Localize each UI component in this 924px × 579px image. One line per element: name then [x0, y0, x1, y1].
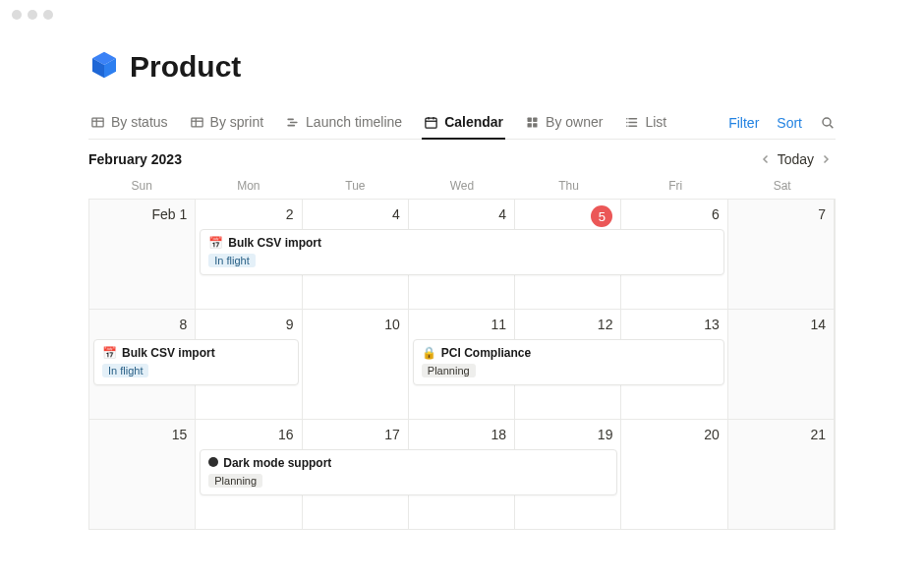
svg-rect-15 — [528, 123, 532, 127]
day-cell[interactable]: 10 — [303, 310, 409, 419]
day-number: 18 — [491, 427, 507, 442]
day-number: 6 — [712, 206, 720, 222]
svg-line-24 — [830, 125, 833, 128]
svg-rect-13 — [528, 117, 532, 121]
list-icon — [624, 115, 639, 130]
month-label: February 2023 — [88, 151, 182, 167]
svg-rect-9 — [426, 118, 436, 128]
search-icon[interactable] — [820, 109, 836, 139]
event-title: Bulk CSV import — [122, 346, 215, 360]
weekday-label: Fri — [622, 175, 729, 199]
svg-point-22 — [626, 125, 628, 127]
day-number: 12 — [598, 317, 613, 332]
day-number: 21 — [810, 427, 826, 442]
event-title: PCI Compliance — [441, 346, 531, 360]
weekday-label: Tue — [302, 175, 409, 199]
day-number: 4 — [498, 206, 506, 222]
page-header: Product — [88, 49, 836, 85]
week-row: 15161718192021Dark mode supportPlanning — [89, 420, 835, 530]
day-number: 9 — [286, 317, 294, 332]
event-card[interactable]: Dark mode supportPlanning — [200, 449, 617, 495]
svg-rect-3 — [191, 118, 202, 127]
event-card[interactable]: 🔒PCI CompliancePlanning — [413, 339, 724, 385]
day-number: 13 — [704, 317, 720, 332]
day-number: 20 — [704, 427, 720, 442]
day-number: 4 — [392, 206, 400, 222]
tab-launch-timeline[interactable]: Launch timeline — [283, 108, 404, 140]
timeline-icon — [285, 115, 300, 130]
day-number: Feb 1 — [151, 206, 187, 222]
tab-calendar[interactable]: Calendar — [422, 108, 505, 140]
day-number: 16 — [278, 427, 294, 442]
svg-rect-16 — [533, 123, 537, 127]
week-row: Feb 1244567📅Bulk CSV importIn flight — [89, 200, 835, 310]
tab-by-sprint[interactable]: By sprint — [188, 108, 265, 140]
next-month-button[interactable] — [816, 153, 836, 165]
day-number: 10 — [384, 317, 400, 332]
dark-circle-icon — [208, 456, 218, 470]
filter-button[interactable]: Filter — [728, 109, 759, 139]
today-badge: 5 — [591, 205, 612, 227]
day-cell[interactable]: 21 — [728, 420, 835, 529]
svg-rect-14 — [533, 117, 537, 121]
tab-label: By sprint — [210, 114, 263, 130]
day-cell[interactable]: 14 — [728, 310, 835, 419]
event-status-tag: Planning — [208, 474, 262, 488]
tab-list[interactable]: List — [622, 108, 668, 140]
event-icon: 📅 — [102, 346, 117, 360]
sort-button[interactable]: Sort — [777, 109, 802, 139]
view-tabs: By statusBy sprintLaunch timelineCalenda… — [88, 108, 836, 140]
window-controls — [0, 0, 924, 29]
day-number: 14 — [810, 317, 826, 332]
tab-label: Calendar — [444, 114, 503, 130]
event-icon: 📅 — [208, 236, 223, 250]
day-cell[interactable]: 15 — [89, 420, 196, 529]
day-number: 19 — [598, 427, 613, 442]
event-card[interactable]: 📅Bulk CSV importIn flight — [200, 229, 723, 275]
box-icon — [88, 49, 120, 85]
week-row: 891011121314📅Bulk CSV importIn flight🔒PC… — [89, 310, 835, 420]
today-button[interactable]: Today — [776, 151, 816, 167]
day-cell[interactable]: 7 — [728, 200, 835, 309]
table-icon — [190, 115, 204, 130]
day-number: 2 — [286, 206, 294, 222]
day-cell[interactable]: Feb 1 — [89, 200, 196, 309]
day-number: 8 — [179, 317, 187, 332]
window-dot — [12, 10, 22, 20]
event-title: Dark mode support — [223, 456, 331, 470]
day-cell[interactable]: 20 — [621, 420, 727, 529]
board-icon — [525, 115, 540, 130]
svg-point-21 — [626, 121, 628, 123]
window-dot — [28, 10, 37, 20]
weekday-label: Mon — [196, 175, 303, 199]
event-card[interactable]: 📅Bulk CSV importIn flight — [93, 339, 299, 385]
weekday-label: Wed — [409, 175, 516, 199]
day-number: 11 — [491, 317, 507, 332]
prev-month-button[interactable] — [756, 153, 776, 165]
event-status-tag: In flight — [102, 364, 148, 377]
event-title: Bulk CSV import — [228, 236, 321, 250]
table-icon — [90, 115, 105, 130]
calendar-grid: Feb 1244567📅Bulk CSV importIn flight8910… — [88, 199, 836, 530]
event-status-tag: Planning — [422, 364, 476, 377]
tab-by-owner[interactable]: By owner — [523, 108, 605, 140]
day-number: 17 — [384, 427, 400, 442]
tab-label: By status — [111, 114, 168, 130]
svg-rect-0 — [92, 118, 103, 127]
tab-label: Launch timeline — [306, 114, 402, 130]
calendar-header: February 2023 Today — [88, 140, 836, 175]
weekday-label: Sun — [88, 175, 196, 199]
weekday-label: Sat — [728, 175, 836, 199]
tab-label: List — [645, 114, 666, 130]
day-number: 7 — [818, 206, 826, 222]
page-title: Product — [130, 50, 241, 84]
weekday-header: SunMonTueWedThuFriSat — [88, 175, 836, 199]
svg-point-23 — [823, 118, 831, 126]
calendar-icon — [424, 115, 438, 130]
day-number: 15 — [172, 427, 188, 442]
svg-point-20 — [626, 118, 628, 120]
window-dot — [43, 10, 53, 20]
tab-label: By owner — [546, 114, 603, 130]
tab-by-status[interactable]: By status — [88, 108, 170, 140]
weekday-label: Thu — [515, 175, 622, 199]
